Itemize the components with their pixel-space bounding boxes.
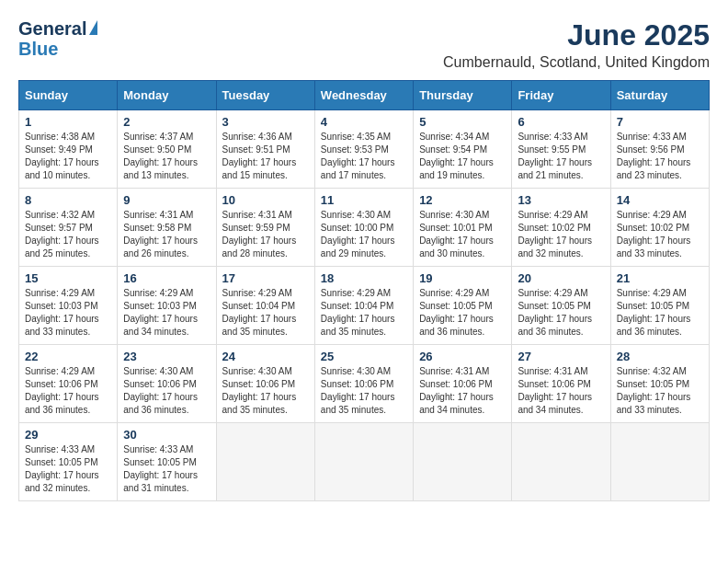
logo-general-text: General — [18, 18, 86, 39]
day-number: 3 — [222, 115, 309, 129]
day-number: 16 — [123, 271, 210, 285]
day-number: 12 — [419, 193, 506, 207]
calendar-day-cell: 4Sunrise: 4:35 AM Sunset: 9:53 PM Daylig… — [314, 110, 413, 189]
calendar-week-row: 15Sunrise: 4:29 AM Sunset: 10:03 PM Dayl… — [19, 267, 710, 345]
day-info: Sunrise: 4:29 AM Sunset: 10:04 PM Daylig… — [321, 287, 407, 339]
day-info: Sunrise: 4:29 AM Sunset: 10:05 PM Daylig… — [518, 287, 604, 339]
calendar-day-cell: 2Sunrise: 4:37 AM Sunset: 9:50 PM Daylig… — [118, 110, 216, 189]
day-number: 26 — [419, 350, 506, 363]
calendar-day-cell: 16Sunrise: 4:29 AM Sunset: 10:03 PM Dayl… — [118, 267, 216, 345]
day-info: Sunrise: 4:29 AM Sunset: 10:06 PM Daylig… — [25, 365, 111, 417]
calendar-day-cell — [610, 423, 709, 501]
calendar-header-sunday: Sunday — [19, 81, 118, 110]
day-number: 20 — [518, 271, 604, 285]
day-info: Sunrise: 4:36 AM Sunset: 9:51 PM Dayligh… — [222, 131, 309, 182]
day-info: Sunrise: 4:37 AM Sunset: 9:50 PM Dayligh… — [123, 131, 210, 182]
calendar-day-cell: 30Sunrise: 4:33 AM Sunset: 10:05 PM Dayl… — [118, 423, 216, 501]
calendar-day-cell: 28Sunrise: 4:32 AM Sunset: 10:05 PM Dayl… — [610, 345, 709, 423]
day-number: 1 — [25, 115, 111, 129]
calendar-day-cell: 26Sunrise: 4:31 AM Sunset: 10:06 PM Dayl… — [414, 345, 512, 423]
day-number: 23 — [123, 350, 210, 363]
calendar-day-cell: 12Sunrise: 4:30 AM Sunset: 10:01 PM Dayl… — [414, 189, 512, 267]
calendar-day-cell — [216, 423, 314, 501]
calendar-day-cell: 17Sunrise: 4:29 AM Sunset: 10:04 PM Dayl… — [216, 267, 314, 345]
day-info: Sunrise: 4:29 AM Sunset: 10:04 PM Daylig… — [222, 287, 309, 339]
calendar-day-cell: 9Sunrise: 4:31 AM Sunset: 9:58 PM Daylig… — [118, 189, 216, 267]
calendar-day-cell — [512, 423, 610, 501]
day-number: 15 — [25, 271, 111, 285]
day-info: Sunrise: 4:33 AM Sunset: 9:56 PM Dayligh… — [617, 131, 703, 182]
logo-blue-text: Blue — [18, 39, 58, 59]
calendar-week-row: 1Sunrise: 4:38 AM Sunset: 9:49 PM Daylig… — [19, 110, 710, 189]
calendar-day-cell: 24Sunrise: 4:30 AM Sunset: 10:06 PM Dayl… — [216, 345, 314, 423]
day-number: 8 — [25, 193, 111, 207]
day-number: 10 — [222, 193, 309, 207]
calendar-table: SundayMondayTuesdayWednesdayThursdayFrid… — [18, 80, 710, 501]
day-number: 28 — [617, 350, 703, 363]
day-number: 29 — [25, 428, 111, 442]
calendar-header-monday: Monday — [118, 81, 216, 110]
day-info: Sunrise: 4:29 AM Sunset: 10:05 PM Daylig… — [419, 287, 506, 339]
calendar-header-wednesday: Wednesday — [314, 81, 413, 110]
calendar-day-cell: 23Sunrise: 4:30 AM Sunset: 10:06 PM Dayl… — [118, 345, 216, 423]
calendar-header-tuesday: Tuesday — [216, 81, 314, 110]
day-info: Sunrise: 4:31 AM Sunset: 9:59 PM Dayligh… — [222, 209, 309, 260]
page-header: General Blue June 2025 Cumbernauld, Scot… — [18, 18, 710, 71]
day-info: Sunrise: 4:29 AM Sunset: 10:02 PM Daylig… — [518, 209, 604, 260]
calendar-day-cell: 20Sunrise: 4:29 AM Sunset: 10:05 PM Dayl… — [512, 267, 610, 345]
calendar-header-thursday: Thursday — [414, 81, 512, 110]
calendar-day-cell — [414, 423, 512, 501]
calendar-day-cell — [314, 423, 413, 501]
day-number: 22 — [25, 350, 111, 363]
day-info: Sunrise: 4:31 AM Sunset: 10:06 PM Daylig… — [518, 365, 604, 417]
day-info: Sunrise: 4:29 AM Sunset: 10:05 PM Daylig… — [617, 287, 703, 339]
day-info: Sunrise: 4:31 AM Sunset: 9:58 PM Dayligh… — [123, 209, 210, 260]
day-number: 18 — [321, 271, 407, 285]
day-info: Sunrise: 4:32 AM Sunset: 10:05 PM Daylig… — [617, 365, 703, 417]
logo-triangle-icon — [89, 20, 97, 35]
day-info: Sunrise: 4:29 AM Sunset: 10:02 PM Daylig… — [617, 209, 703, 260]
day-number: 19 — [419, 271, 506, 285]
calendar-day-cell: 15Sunrise: 4:29 AM Sunset: 10:03 PM Dayl… — [19, 267, 118, 345]
day-number: 4 — [321, 115, 407, 129]
day-number: 14 — [617, 193, 703, 207]
calendar-day-cell: 11Sunrise: 4:30 AM Sunset: 10:00 PM Dayl… — [314, 189, 413, 267]
calendar-day-cell: 29Sunrise: 4:33 AM Sunset: 10:05 PM Dayl… — [19, 423, 118, 501]
calendar-day-cell: 14Sunrise: 4:29 AM Sunset: 10:02 PM Dayl… — [610, 189, 709, 267]
day-info: Sunrise: 4:31 AM Sunset: 10:06 PM Daylig… — [419, 365, 506, 417]
day-number: 13 — [518, 193, 604, 207]
calendar-day-cell: 3Sunrise: 4:36 AM Sunset: 9:51 PM Daylig… — [216, 110, 314, 189]
calendar-header-saturday: Saturday — [610, 81, 709, 110]
day-info: Sunrise: 4:33 AM Sunset: 10:05 PM Daylig… — [25, 443, 111, 495]
calendar-day-cell: 10Sunrise: 4:31 AM Sunset: 9:59 PM Dayli… — [216, 189, 314, 267]
day-number: 6 — [518, 115, 604, 129]
day-info: Sunrise: 4:33 AM Sunset: 10:05 PM Daylig… — [123, 443, 210, 495]
day-number: 24 — [222, 350, 309, 363]
day-number: 27 — [518, 350, 604, 363]
calendar-day-cell: 8Sunrise: 4:32 AM Sunset: 9:57 PM Daylig… — [19, 189, 118, 267]
calendar-day-cell: 6Sunrise: 4:33 AM Sunset: 9:55 PM Daylig… — [512, 110, 610, 189]
logo: General Blue — [18, 18, 97, 59]
day-info: Sunrise: 4:35 AM Sunset: 9:53 PM Dayligh… — [321, 131, 407, 182]
day-number: 30 — [123, 428, 210, 442]
day-number: 11 — [321, 193, 407, 207]
month-title: June 2025 — [443, 18, 710, 52]
day-info: Sunrise: 4:30 AM Sunset: 10:06 PM Daylig… — [222, 365, 309, 417]
calendar-day-cell: 21Sunrise: 4:29 AM Sunset: 10:05 PM Dayl… — [610, 267, 709, 345]
day-info: Sunrise: 4:38 AM Sunset: 9:49 PM Dayligh… — [25, 131, 111, 182]
day-number: 5 — [419, 115, 506, 129]
day-info: Sunrise: 4:29 AM Sunset: 10:03 PM Daylig… — [123, 287, 210, 339]
calendar-week-row: 22Sunrise: 4:29 AM Sunset: 10:06 PM Dayl… — [19, 345, 710, 423]
day-info: Sunrise: 4:29 AM Sunset: 10:03 PM Daylig… — [25, 287, 111, 339]
title-section: June 2025 Cumbernauld, Scotland, United … — [443, 18, 710, 71]
day-info: Sunrise: 4:30 AM Sunset: 10:06 PM Daylig… — [123, 365, 210, 417]
day-info: Sunrise: 4:33 AM Sunset: 9:55 PM Dayligh… — [518, 131, 604, 182]
calendar-day-cell: 22Sunrise: 4:29 AM Sunset: 10:06 PM Dayl… — [19, 345, 118, 423]
location-title: Cumbernauld, Scotland, United Kingdom — [443, 54, 710, 71]
day-info: Sunrise: 4:34 AM Sunset: 9:54 PM Dayligh… — [419, 131, 506, 182]
calendar-day-cell: 25Sunrise: 4:30 AM Sunset: 10:06 PM Dayl… — [314, 345, 413, 423]
day-number: 17 — [222, 271, 309, 285]
day-info: Sunrise: 4:30 AM Sunset: 10:01 PM Daylig… — [419, 209, 506, 260]
calendar-day-cell: 5Sunrise: 4:34 AM Sunset: 9:54 PM Daylig… — [414, 110, 512, 189]
calendar-day-cell: 7Sunrise: 4:33 AM Sunset: 9:56 PM Daylig… — [610, 110, 709, 189]
